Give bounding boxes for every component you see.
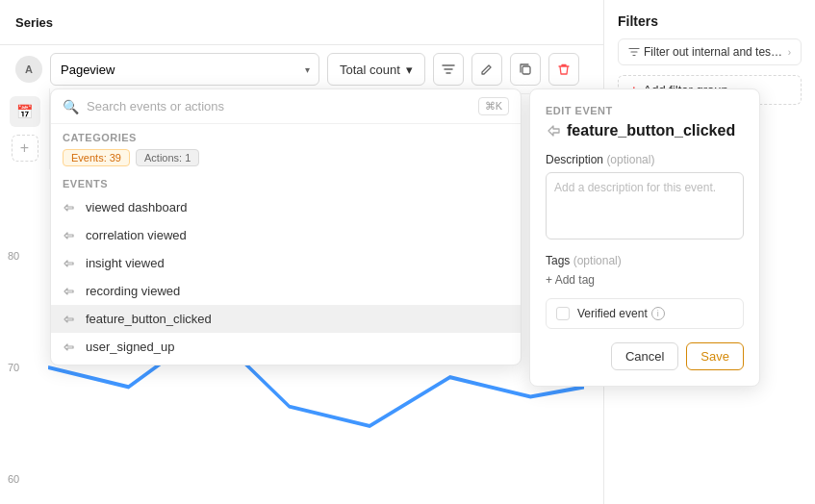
categories-section: CATEGORIES Events: 39 Actions: 1 — [51, 124, 521, 170]
edit-pencil-icon — [480, 63, 494, 76]
search-icon: 🔍 — [63, 99, 79, 114]
main-container: Series Enable formula mode A Pageview ▾ … — [0, 0, 815, 504]
edit-event-title: feature_button_clicked — [567, 122, 735, 139]
event-list: viewed dashboard correlation viewed insi… — [51, 193, 521, 361]
edit-icon-button[interactable] — [471, 53, 502, 86]
event-search-dropdown: 🔍 ⌘K CATEGORIES Events: 39 Actions: 1 EV… — [50, 88, 522, 365]
delete-icon-button[interactable] — [548, 53, 579, 86]
series-label: Series — [15, 15, 53, 30]
event-item[interactable]: correlation viewed — [51, 221, 521, 249]
svg-rect-1 — [522, 66, 530, 74]
filter-chip[interactable]: Filter out internal and test users › — [618, 38, 802, 65]
edit-event-name-row: feature_button_clicked — [546, 122, 744, 139]
event-item-name: correlation viewed — [86, 228, 187, 242]
search-box: 🔍 ⌘K — [51, 89, 521, 124]
event-select[interactable]: Pageview — [50, 53, 319, 86]
event-item-name: viewed dashboard — [86, 200, 188, 214]
events-label: EVENTS — [51, 178, 521, 189]
edit-event-section-label: EDIT EVENT — [546, 105, 744, 116]
event-item[interactable]: viewed dashboard — [51, 193, 521, 221]
avatar: A — [15, 56, 42, 83]
add-series-button[interactable]: + — [12, 135, 38, 162]
description-optional-text: (optional) — [606, 153, 654, 166]
y-axis-labels: 80 70 60 — [8, 250, 19, 485]
metric-button[interactable]: Total count ▾ — [327, 53, 425, 86]
actions-tag[interactable]: Actions: 1 — [136, 149, 199, 166]
calendar-icon[interactable]: 📅 — [10, 96, 40, 127]
copy-icon-button[interactable] — [510, 53, 541, 86]
trash-icon — [557, 63, 571, 76]
events-tag[interactable]: Events: 39 — [63, 149, 130, 166]
event-item-name: user_signed_up — [86, 340, 175, 354]
filter-chip-text: Filter out internal and test users — [644, 45, 784, 59]
event-arrow-icon — [546, 123, 561, 139]
event-item-icon — [63, 314, 78, 325]
events-section: EVENTS viewed dashboard correlation view… — [51, 170, 521, 365]
metric-label: Total count — [340, 63, 400, 77]
y-label-60: 60 — [8, 473, 19, 485]
event-item-icon — [63, 230, 78, 241]
copy-icon — [519, 63, 532, 76]
filter-chip-arrow: › — [788, 47, 791, 58]
cancel-button[interactable]: Cancel — [611, 342, 678, 370]
action-buttons: Cancel Save — [546, 342, 744, 370]
event-item-name: recording viewed — [86, 284, 180, 298]
event-item[interactable]: feature_button_clicked — [51, 305, 521, 333]
add-tag-label: + Add tag — [546, 273, 595, 287]
add-tag-button[interactable]: + Add tag — [546, 273, 595, 287]
left-sidebar: 📅 + — [0, 88, 50, 169]
event-item-icon — [63, 341, 78, 353]
search-input[interactable] — [87, 99, 471, 113]
save-button[interactable]: Save — [686, 342, 744, 370]
event-item-icon — [63, 258, 78, 269]
tags-field-label: Tags (optional) — [546, 254, 744, 267]
event-item-icon — [63, 286, 78, 297]
event-item-name: insight viewed — [86, 256, 165, 270]
event-item-icon — [63, 202, 78, 214]
description-textarea[interactable] — [546, 172, 744, 239]
event-item[interactable]: user_signed_up — [51, 333, 521, 361]
event-item-name: feature_button_clicked — [86, 312, 212, 326]
edit-event-panel: EDIT EVENT feature_button_clicked Descri… — [529, 88, 760, 387]
description-field-label: Description (optional) — [546, 153, 744, 166]
event-item[interactable]: recording viewed — [51, 277, 521, 305]
metric-chevron-icon: ▾ — [406, 63, 413, 77]
verified-checkbox[interactable] — [556, 307, 570, 320]
filters-title: Filters — [618, 13, 802, 29]
tags-section: Tags (optional) + Add tag — [546, 254, 744, 287]
category-tags: Events: 39 Actions: 1 — [63, 149, 509, 166]
verified-info-icon[interactable]: i — [651, 307, 665, 320]
filter-chip-icon — [628, 46, 640, 58]
categories-label: CATEGORIES — [63, 132, 509, 143]
filter-icon-button[interactable] — [433, 53, 464, 86]
event-select-wrapper: Pageview ▾ — [50, 53, 319, 86]
verified-section: Verified event i — [546, 298, 744, 329]
y-label-80: 80 — [8, 250, 19, 262]
event-item[interactable]: insight viewed — [51, 249, 521, 277]
y-label-70: 70 — [8, 362, 19, 373]
filter-icon — [442, 63, 455, 76]
keyboard-hint: ⌘K — [478, 97, 509, 115]
verified-label: Verified event i — [577, 307, 665, 320]
